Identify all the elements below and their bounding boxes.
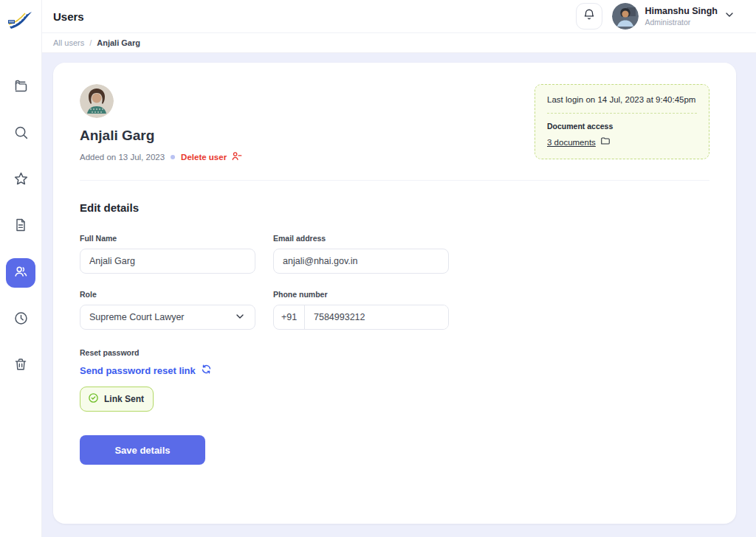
role-label: Role [80, 290, 255, 299]
save-details-button[interactable]: Save details [80, 435, 205, 465]
account-menu[interactable]: Himanshu Singh Administrator [612, 3, 735, 30]
chevron-down-icon [234, 311, 246, 325]
sidebar-item-users[interactable] [6, 258, 35, 288]
phone-field-wrap: +91 [273, 305, 449, 330]
profile-header: Anjali Garg Added on 13 Jul, 2023 Delete… [80, 84, 709, 163]
reset-password-block: Reset password Send password reset link … [80, 348, 709, 412]
sidebar-item-favorites[interactable] [6, 165, 35, 195]
breadcrumb: All users / Anjali Garg [42, 33, 756, 53]
sidebar-nav [6, 72, 35, 381]
dot-separator [171, 155, 175, 159]
profile-left: Anjali Garg Added on 13 Jul, 2023 Delete… [80, 84, 242, 163]
phone-number-field[interactable] [305, 305, 448, 329]
full-name-label: Full Name [80, 234, 255, 243]
refresh-icon [201, 364, 212, 377]
role-group: Role Supreme Court Lawyer [80, 290, 255, 330]
edit-details-form: Full Name Email address Role Supreme Cou… [80, 234, 449, 330]
sidebar-item-documents[interactable] [6, 212, 35, 241]
topbar: Users Himanshu Singh Administrator [42, 0, 756, 33]
document-access-label: Document access [547, 122, 697, 131]
sidebar-item-search[interactable] [6, 119, 35, 148]
app-root: Users Himanshu Singh Administrator [0, 0, 756, 537]
main-column: Users Himanshu Singh Administrator [42, 0, 756, 537]
full-name-group: Full Name [80, 234, 255, 274]
email-group: Email address [273, 234, 449, 274]
nhai-highway-logo[interactable] [5, 4, 36, 34]
page-title: Users [53, 10, 84, 23]
role-select[interactable]: Supreme Court Lawyer [80, 305, 255, 330]
folder-icon [13, 78, 29, 97]
link-sent-badge: Link Sent [80, 387, 154, 412]
star-icon [13, 171, 29, 190]
breadcrumb-separator: / [89, 38, 92, 47]
dashed-divider [547, 113, 697, 114]
clock-icon [13, 311, 29, 329]
full-name-field[interactable] [80, 249, 255, 274]
user-name: Anjali Garg [80, 128, 242, 144]
notifications-button[interactable] [576, 3, 602, 30]
document-icon [13, 218, 28, 235]
last-login-text: Last login on 14 Jul, 2023 at 9:40:45pm [547, 95, 697, 104]
delete-user-button[interactable]: Delete user [181, 150, 242, 163]
documents-link-row: 3 documents [547, 136, 697, 149]
users-icon [13, 263, 29, 283]
user-avatar [80, 84, 114, 118]
link-sent-label: Link Sent [104, 394, 144, 404]
send-reset-link-label: Send password reset link [80, 365, 196, 376]
topbar-right: Himanshu Singh Administrator [576, 3, 735, 30]
avatar [612, 3, 639, 30]
account-role: Administrator [645, 18, 718, 27]
email-label: Email address [273, 234, 449, 243]
sidebar-item-history[interactable] [6, 305, 35, 334]
content-area: Anjali Garg Added on 13 Jul, 2023 Delete… [42, 53, 756, 537]
sidebar-item-trash[interactable] [6, 351, 35, 381]
profile-meta: Added on 13 Jul, 2023 Delete user [80, 150, 242, 163]
breadcrumb-current: Anjali Garg [97, 38, 140, 47]
role-selected-value: Supreme Court Lawyer [89, 312, 185, 322]
delete-user-label: Delete user [181, 153, 227, 162]
phone-label: Phone number [273, 290, 449, 299]
user-detail-card: Anjali Garg Added on 13 Jul, 2023 Delete… [53, 63, 736, 524]
chevron-down-icon [724, 9, 735, 24]
account-name: Himanshu Singh [645, 6, 718, 18]
search-icon [13, 125, 29, 143]
sidebar [0, 0, 42, 537]
send-reset-link-button[interactable]: Send password reset link [80, 364, 212, 377]
check-circle-icon [88, 392, 99, 406]
added-date: Added on 13 Jul, 2023 [80, 153, 165, 162]
edit-details-heading: Edit details [80, 201, 709, 214]
sidebar-item-folders[interactable] [6, 72, 35, 102]
phone-group: Phone number +91 [273, 290, 449, 330]
account-text: Himanshu Singh Administrator [645, 6, 718, 27]
login-info-box: Last login on 14 Jul, 2023 at 9:40:45pm … [535, 84, 709, 159]
email-field[interactable] [273, 249, 449, 274]
phone-country-code[interactable]: +91 [274, 305, 305, 329]
bell-icon [583, 8, 596, 24]
breadcrumb-all-users[interactable]: All users [53, 38, 84, 47]
user-minus-icon [231, 150, 242, 163]
section-divider [80, 180, 709, 181]
documents-link[interactable]: 3 documents [547, 138, 596, 147]
trash-icon [13, 357, 28, 375]
folder-icon [600, 136, 611, 149]
reset-password-label: Reset password [80, 348, 709, 357]
